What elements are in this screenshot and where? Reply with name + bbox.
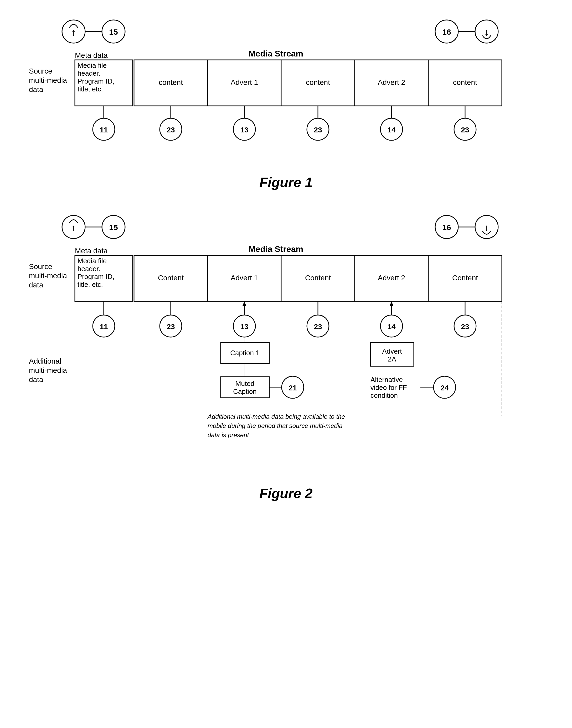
svg-text:Muted: Muted [235, 380, 254, 387]
svg-text:Caption: Caption [233, 387, 257, 395]
svg-text:Alternative: Alternative [370, 376, 403, 383]
svg-text:Advert 2: Advert 2 [378, 274, 405, 282]
svg-text:15: 15 [109, 223, 118, 232]
svg-text:data is present: data is present [208, 431, 249, 438]
svg-text:multi-media: multi-media [29, 272, 67, 280]
svg-text:14: 14 [387, 126, 396, 134]
svg-text:Additional: Additional [29, 357, 61, 365]
svg-text:header.: header. [77, 265, 100, 273]
svg-text:mobile during the period that : mobile during the period that source mul… [208, 422, 343, 429]
svg-text:23: 23 [166, 126, 175, 134]
svg-text:multi-media: multi-media [29, 76, 67, 84]
svg-text:Content: Content [452, 274, 478, 282]
svg-marker-83 [242, 301, 246, 306]
svg-text:Media file: Media file [77, 257, 107, 265]
svg-text:↑: ↑ [71, 222, 76, 233]
svg-text:23: 23 [314, 322, 322, 331]
figure1-title: Figure 1 [21, 174, 551, 190]
svg-text:data: data [29, 85, 43, 93]
svg-text:Program ID,: Program ID, [77, 77, 114, 85]
svg-text:Media Stream: Media Stream [248, 244, 303, 254]
svg-text:11: 11 [99, 126, 108, 134]
svg-text:video for FF: video for FF [370, 383, 407, 391]
svg-text:condition: condition [370, 391, 398, 399]
svg-text:Advert 1: Advert 1 [231, 78, 258, 86]
svg-text:23: 23 [314, 126, 322, 134]
svg-text:Source: Source [29, 67, 52, 75]
svg-text:↑: ↑ [71, 27, 76, 38]
svg-text:content: content [159, 78, 183, 86]
svg-text:Media file: Media file [77, 62, 107, 69]
svg-text:multi-media: multi-media [29, 366, 67, 374]
svg-text:Advert 2: Advert 2 [378, 78, 405, 86]
svg-text:Advert 1: Advert 1 [231, 274, 258, 282]
svg-text:13: 13 [240, 322, 248, 331]
svg-text:header.: header. [77, 69, 100, 77]
svg-text:Source: Source [29, 263, 52, 271]
svg-text:Caption 1: Caption 1 [230, 349, 259, 357]
svg-text:23: 23 [461, 126, 469, 134]
figure2-diagram: ↑ 15 16 ↓ Source multi-media data Meta d… [21, 211, 551, 475]
svg-text:↓: ↓ [484, 222, 489, 233]
figure1-container: ↑ 15 16 ↓ Source multi-media data Meta d… [21, 16, 551, 190]
svg-text:title, etc.: title, etc. [77, 85, 103, 93]
svg-text:↓: ↓ [484, 27, 489, 38]
svg-text:16: 16 [442, 27, 451, 36]
svg-text:14: 14 [387, 322, 396, 331]
svg-text:21: 21 [288, 384, 297, 392]
svg-text:Meta data: Meta data [75, 51, 108, 59]
figure2-title: Figure 2 [21, 486, 551, 501]
svg-text:13: 13 [240, 126, 248, 134]
svg-text:Meta data: Meta data [75, 247, 108, 255]
svg-marker-86 [390, 301, 393, 306]
figure1-diagram: ↑ 15 16 ↓ Source multi-media data Meta d… [21, 16, 551, 164]
svg-text:2A: 2A [388, 355, 396, 363]
svg-text:23: 23 [166, 322, 175, 331]
svg-text:content: content [453, 78, 477, 86]
svg-text:Additional multi-media data be: Additional multi-media data being availa… [207, 413, 345, 420]
svg-text:data: data [29, 375, 43, 383]
svg-text:Program ID,: Program ID, [77, 273, 114, 281]
svg-text:Advert: Advert [382, 347, 402, 355]
svg-text:11: 11 [99, 322, 108, 331]
svg-text:Content: Content [305, 274, 331, 282]
svg-text:15: 15 [109, 27, 118, 36]
svg-text:16: 16 [442, 223, 451, 232]
svg-text:24: 24 [440, 384, 449, 392]
figure2-container: ↑ 15 16 ↓ Source multi-media data Meta d… [21, 211, 551, 501]
svg-text:title, etc.: title, etc. [77, 281, 103, 288]
svg-text:Media Stream: Media Stream [248, 49, 303, 58]
svg-text:content: content [306, 78, 330, 86]
svg-text:data: data [29, 281, 43, 289]
svg-text:Content: Content [158, 274, 184, 282]
svg-text:23: 23 [461, 322, 469, 331]
